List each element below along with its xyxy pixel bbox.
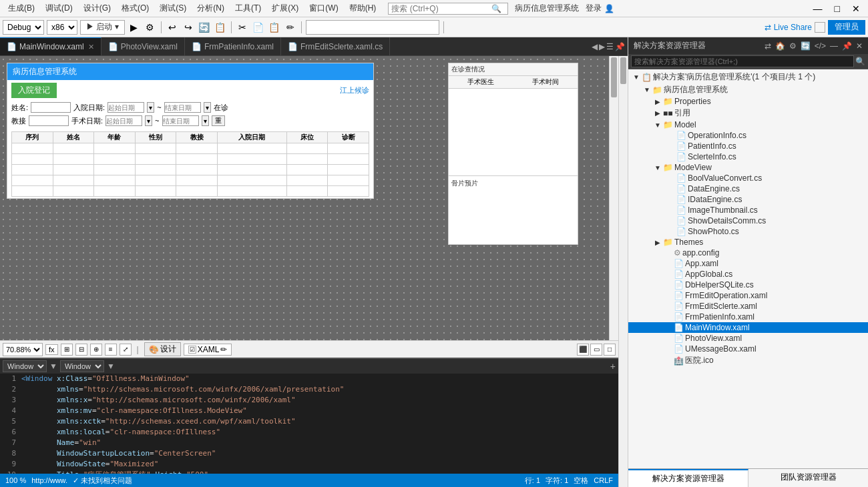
resize-icon[interactable]: ⤢ xyxy=(120,344,132,356)
full-icon[interactable]: □ xyxy=(604,344,616,356)
tab-scroll-right-icon[interactable]: ▶ xyxy=(599,42,605,51)
tree-item-idataengine[interactable]: 📄 IDataEngine.cs xyxy=(628,194,868,205)
split-h-icon[interactable]: ⬛ xyxy=(577,344,589,356)
minimize-button[interactable]: — xyxy=(808,2,828,15)
preview-surgery-start[interactable] xyxy=(105,115,142,126)
tree-item-umsgbox[interactable]: 📄 UMessageBox.xaml xyxy=(628,344,868,354)
login-label[interactable]: 登录 xyxy=(586,3,602,14)
debug-config-select[interactable]: Debug xyxy=(3,20,44,35)
panel-icon-refresh[interactable]: 🔄 xyxy=(801,41,811,51)
search-input[interactable] xyxy=(391,4,491,13)
manage-button[interactable]: 管理员 xyxy=(828,20,865,35)
tree-item-model[interactable]: ▼ 📁 Model xyxy=(628,119,868,130)
grid-icon-2[interactable]: ⊟ xyxy=(75,344,87,356)
tree-item-mainwindow[interactable]: 📄 MainWindow.xaml xyxy=(628,322,868,333)
tab-editsclete[interactable]: 📄 FrmEditSclerte.xaml.cs xyxy=(281,37,390,55)
toolbar-icon-4[interactable]: ↪ xyxy=(182,21,195,34)
preview-reset-btn[interactable]: 重 xyxy=(212,115,225,126)
tree-item-photoview[interactable]: 📄 PhotoView.xaml xyxy=(628,333,868,344)
split-v-icon[interactable]: ▭ xyxy=(590,344,602,356)
menu-analyze[interactable]: 分析(N) xyxy=(192,1,230,15)
design-scrollbar-v[interactable] xyxy=(609,56,618,340)
tab-pin-icon[interactable]: 📌 xyxy=(615,42,625,51)
menu-build[interactable]: 生成(B) xyxy=(3,1,40,15)
tree-item-operationinfo[interactable]: 📄 OperationInfo.cs xyxy=(628,130,868,141)
tree-item-ref[interactable]: ▶ ■■ 引用 xyxy=(628,107,868,119)
tree-item-appconfig[interactable]: ⚙ app.config xyxy=(628,248,868,258)
code-expand-icon[interactable]: + xyxy=(610,361,616,372)
snap-icon[interactable]: ⊕ xyxy=(90,344,102,356)
tree-item-appxaml[interactable]: 📄 App.xaml xyxy=(628,258,868,269)
tree-item-properties[interactable]: ▶ 📁 Properties xyxy=(628,96,868,107)
tab-scroll-left-icon[interactable]: ◀ xyxy=(592,42,598,51)
preview-nav[interactable]: 入院登记 xyxy=(11,83,57,98)
menu-help[interactable]: 帮助(H) xyxy=(344,1,382,15)
panel-search-input[interactable] xyxy=(631,55,854,67)
toolbar-icon-3[interactable]: ↩ xyxy=(166,21,179,34)
mode-tab-xaml[interactable]: ☑ XAML ✏ xyxy=(184,344,232,356)
panel-tab-solution[interactable]: 解决方案资源管理器 xyxy=(628,469,748,487)
panel-icon-pin[interactable]: 📌 xyxy=(842,41,852,51)
tree-item-dataengine[interactable]: 📄 DataEngine.cs xyxy=(628,183,868,194)
menu-design[interactable]: 设计(G) xyxy=(78,1,116,15)
panel-icon-code[interactable]: </> xyxy=(815,41,826,51)
editor-scrollbar-thumb[interactable] xyxy=(620,57,626,84)
tree-item-appglobal[interactable]: 📄 AppGlobal.cs xyxy=(628,269,868,280)
preview-start-cal-btn[interactable]: ▾ xyxy=(147,102,154,113)
toolbar-icon-10[interactable]: ✏ xyxy=(284,21,297,34)
close-button[interactable]: ✕ xyxy=(847,2,865,15)
toolbar-icon-7[interactable]: ✂ xyxy=(236,21,249,34)
menu-test[interactable]: 测试(S) xyxy=(154,1,192,15)
live-share-button[interactable]: ⇄ Live Share xyxy=(765,23,812,32)
tree-item-imagethumb[interactable]: 📄 ImageThumbnail.cs xyxy=(628,205,868,215)
scrollbar-thumb-v[interactable] xyxy=(611,57,617,97)
menu-tools[interactable]: 工具(T) xyxy=(230,1,266,15)
preview-start-date[interactable] xyxy=(107,102,144,113)
tree-item-showphoto[interactable]: 📄 ShowPhoto.cs xyxy=(628,226,868,237)
tree-item-boolvalue[interactable]: 📄 BoolValueConvert.cs xyxy=(628,173,868,183)
toolbar-icon-5[interactable]: 🔄 xyxy=(198,21,211,34)
panel-icon-close[interactable]: ✕ xyxy=(856,41,863,51)
platform-select[interactable]: x86 xyxy=(47,20,77,35)
preview-online-link[interactable]: 江上候诊 xyxy=(340,85,369,95)
tree-item-dbhelper[interactable]: 📄 DbHelperSQLite.cs xyxy=(628,280,868,290)
tab-photoview[interactable]: 📄 PhotoView.xaml xyxy=(101,37,185,55)
toolbar-icon-1[interactable]: ▶ xyxy=(128,21,141,34)
mode-tab-design[interactable]: 🎨 设计 xyxy=(144,342,181,356)
tree-item-frmeditsclerte[interactable]: 📄 FrmEditSclerte.xaml xyxy=(628,301,868,312)
tree-item-showdetails[interactable]: 📄 ShowDetailsComm.cs xyxy=(628,215,868,226)
preview-dept-input[interactable] xyxy=(29,115,69,126)
tab-mainwindow-close[interactable]: ✕ xyxy=(88,43,94,51)
tree-item-themes[interactable]: ▶ 📁 Themes xyxy=(628,237,868,248)
toolbar-search[interactable] xyxy=(306,20,439,35)
tab-patieninfo[interactable]: 📄 FrmPatienInfo.xaml xyxy=(185,37,281,55)
panel-icon-dash[interactable]: — xyxy=(830,41,838,51)
preview-surgery-end[interactable] xyxy=(162,115,199,126)
tree-item-modeview[interactable]: ▼ 📁 ModeView xyxy=(628,162,868,173)
preview-surgery-cal-btn[interactable]: ▾ xyxy=(145,115,152,126)
preview-surgery-end-cal[interactable]: ▾ xyxy=(202,115,209,126)
maximize-button[interactable]: □ xyxy=(829,2,845,15)
tree-item-patientinfo[interactable]: 📄 PatientInfo.cs xyxy=(628,141,868,151)
panel-icon-sync[interactable]: ⇄ xyxy=(765,41,771,51)
code-selector-2[interactable]: Window xyxy=(60,360,104,372)
menu-extend[interactable]: 扩展(X) xyxy=(266,1,304,15)
tree-item-sclerteinfo[interactable]: 📄 SclerteInfo.cs xyxy=(628,151,868,162)
start-button[interactable]: ▶ 启动 ▾ xyxy=(80,20,125,35)
panel-search-icon[interactable]: 🔍 xyxy=(855,57,865,66)
preview-name-input[interactable] xyxy=(31,102,71,113)
menu-debug[interactable]: 调试(D) xyxy=(40,1,78,15)
search-box[interactable]: 🔍 xyxy=(388,3,508,15)
formula-icon[interactable]: fx xyxy=(45,344,58,355)
tree-item-solution[interactable]: ▼ 📋 解决方案'病历信息管理系统'(1 个项目/共 1 个) xyxy=(628,71,868,83)
panel-icon-filter[interactable]: ⚙ xyxy=(789,41,797,51)
grid-icon-1[interactable]: ⊞ xyxy=(61,344,73,356)
tree-item-project[interactable]: ▼ 📁 病历信息管理系统 xyxy=(628,83,868,96)
toolbar-icon-6[interactable]: 📋 xyxy=(214,21,227,34)
zoom-select[interactable]: 70.88% xyxy=(3,343,43,356)
menu-format[interactable]: 格式(O) xyxy=(116,1,154,15)
toolbar-icon-2[interactable]: ⚙ xyxy=(144,21,157,34)
toolbar-icon-9[interactable]: 📋 xyxy=(268,21,281,34)
panel-icon-home[interactable]: 🏠 xyxy=(775,41,785,51)
toolbar-icon-extra[interactable] xyxy=(815,22,825,33)
